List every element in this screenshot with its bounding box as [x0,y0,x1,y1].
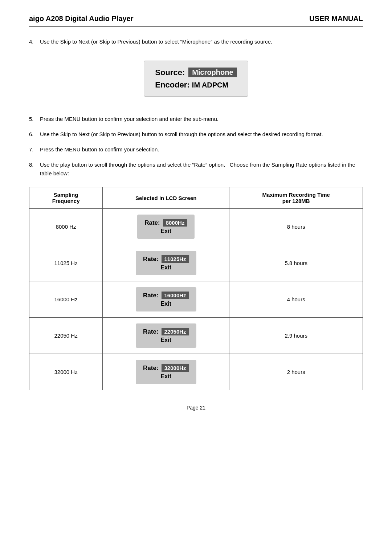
lcd-rate-value: 16000Hz [162,292,189,299]
page-footer: Page 21 [29,405,363,411]
lcd-rate-line: Rate:32000Hz [143,364,189,372]
freq-cell: 11025 Hz [29,245,103,281]
step-8: 8. Use the play button to scroll through… [29,160,363,178]
lcd-exit: Exit [161,228,171,235]
lcd-rate-line: Rate:11025Hz [143,255,189,263]
table-row: 16000 HzRate:16000HzExit4 hours [29,281,363,318]
freq-cell: 32000 Hz [29,354,103,390]
time-cell: 5.8 hours [229,245,363,281]
step-6: 6. Use the Skip to Next (or Skip to Prev… [29,130,363,139]
source-display-wrapper: Source: Microphone Encoder: IM ADPCM [29,53,363,104]
source-value: Microphone [188,68,237,77]
page-header: aigo A208 Digital Audio Player USER MANU… [29,15,363,27]
step-4-text: Use the Skip to Next (or Skip to Previou… [40,37,363,46]
step-4-number: 4. [29,37,40,46]
table-row: 8000 HzRate:8000HzExit8 hours [29,209,363,245]
encoder-line: Encoder: IM ADPCM [155,80,237,90]
lcd-exit: Exit [161,337,171,343]
table-header-row: Sampling Frequency Selected in LCD Scree… [29,187,363,209]
lcd-display: Rate:22050HzExit [136,323,196,348]
freq-cell: 8000 Hz [29,209,103,245]
step-7-number: 7. [29,145,40,154]
lcd-cell: Rate:22050HzExit [103,318,229,354]
step-7-text: Press the MENU button to confirm your se… [40,145,363,154]
step-6-text: Use the Skip to Next (or Skip to Previou… [40,130,363,139]
source-line: Source: Microphone [155,68,237,77]
table-row: 11025 HzRate:11025HzExit5.8 hours [29,245,363,281]
sampling-table: Sampling Frequency Selected in LCD Scree… [29,187,363,390]
lcd-display: Rate:11025HzExit [136,251,196,275]
lcd-rate-value: 11025Hz [162,255,189,263]
lcd-rate-value: 22050Hz [162,328,189,335]
manual-title: USER MANUAL [309,15,363,23]
lcd-display: Rate:32000HzExit [136,360,196,384]
encoder-value: IM ADPCM [192,81,228,89]
time-cell: 2.9 hours [229,318,363,354]
col-lcd: Selected in LCD Screen [103,187,229,209]
page-number: Page 21 [187,405,205,411]
step-5-number: 5. [29,115,40,123]
freq-cell: 22050 Hz [29,318,103,354]
lcd-rate-label: Rate: [143,328,159,335]
step-5: 5. Press the MENU button to confirm your… [29,115,363,123]
lcd-exit: Exit [161,264,171,271]
step-6-number: 6. [29,130,40,139]
lcd-rate-value: 8000Hz [163,219,188,227]
lcd-rate-line: Rate:8000Hz [144,219,187,227]
lcd-exit: Exit [161,373,171,380]
lcd-cell: Rate:11025HzExit [103,245,229,281]
lcd-cell: Rate:16000HzExit [103,281,229,318]
lcd-rate-line: Rate:22050Hz [143,328,189,335]
step-4: 4. Use the Skip to Next (or Skip to Prev… [29,37,363,46]
lcd-rate-value: 32000Hz [162,364,189,372]
table-row: 32000 HzRate:32000HzExit2 hours [29,354,363,390]
col-maxtime: Maximum Recording Time per 128MB [229,187,363,209]
lcd-rate-label: Rate: [143,256,159,263]
product-title: aigo A208 Digital Audio Player [29,15,133,23]
time-cell: 8 hours [229,209,363,245]
lcd-rate-label: Rate: [143,364,159,372]
col-sampling: Sampling Frequency [29,187,103,209]
step-5-text: Press the MENU button to confirm your se… [40,115,363,123]
source-display: Source: Microphone Encoder: IM ADPCM [144,61,248,97]
step-8-text: Use the play button to scroll through th… [40,160,363,178]
lcd-cell: Rate:32000HzExit [103,354,229,390]
source-label: Source: [155,68,185,77]
lcd-display: Rate:16000HzExit [136,287,196,311]
lcd-rate-line: Rate:16000Hz [143,292,189,299]
lcd-rate-label: Rate: [143,292,159,299]
lcd-display: Rate:8000HzExit [137,215,195,239]
time-cell: 2 hours [229,354,363,390]
step-7: 7. Press the MENU button to confirm your… [29,145,363,154]
freq-cell: 16000 Hz [29,281,103,318]
step-8-number: 8. [29,160,40,178]
lcd-cell: Rate:8000HzExit [103,209,229,245]
lcd-exit: Exit [161,301,171,307]
lcd-rate-label: Rate: [144,219,160,227]
table-row: 22050 HzRate:22050HzExit2.9 hours [29,318,363,354]
encoder-label: Encoder: [155,80,189,89]
time-cell: 4 hours [229,281,363,318]
